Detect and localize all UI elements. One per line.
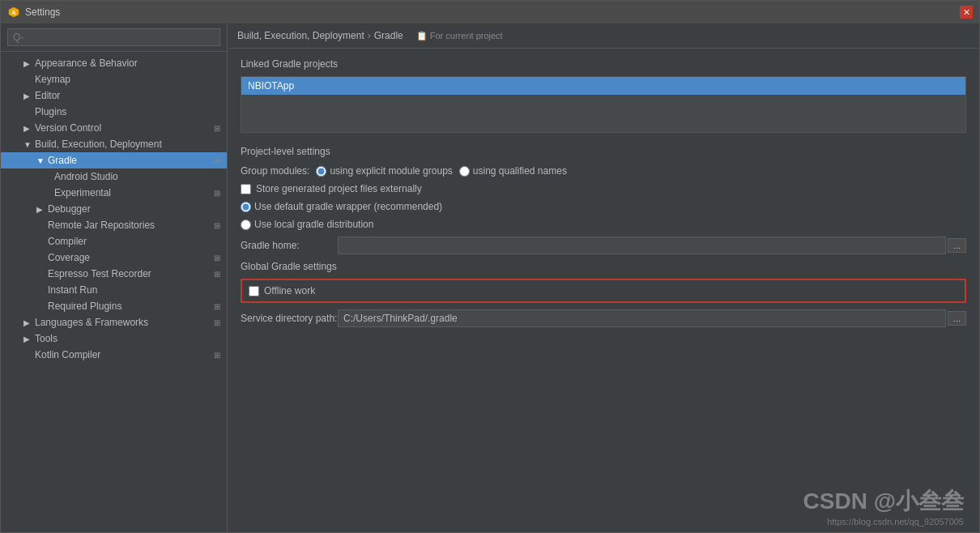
sidebar-item-label: Experimental (54, 187, 111, 198)
arrow-icon: ▼ (36, 156, 45, 165)
radio-qualified-input[interactable] (459, 166, 470, 177)
sidebar-item-espresso[interactable]: Espresso Test Recorder ⊞ (1, 266, 227, 282)
sidebar-item-keymap[interactable]: Keymap (1, 71, 227, 87)
main-panel: Build, Execution, Deployment › Gradle 📋 … (228, 23, 979, 532)
sidebar-item-plugins[interactable]: Plugins (1, 104, 227, 120)
radio-qualified-label: using qualified names (473, 165, 567, 177)
sidebar-item-appearance[interactable]: ▶ Appearance & Behavior (1, 55, 227, 71)
copy-icon: ⊞ (214, 351, 220, 360)
sidebar-item-compiler[interactable]: Compiler (1, 233, 227, 249)
gradle-home-browse-button[interactable]: ... (948, 238, 966, 253)
offline-work-label: Offline work (264, 285, 315, 296)
linked-projects-box: NBIOTApp (241, 76, 966, 133)
settings-window: A Settings ✕ ▶ Appearance & Behavior Key… (0, 0, 980, 533)
linked-project-item[interactable]: NBIOTApp (241, 77, 965, 95)
sidebar-item-required-plugins[interactable]: Required Plugins ⊞ (1, 298, 227, 314)
sidebar-item-tools[interactable]: ▶ Tools (1, 330, 227, 347)
sidebar-item-coverage[interactable]: Coverage ⊞ (1, 249, 227, 266)
sidebar-item-languages[interactable]: ▶ Languages & Frameworks ⊞ (1, 314, 227, 330)
use-default-wrapper-radio[interactable] (241, 202, 251, 212)
sidebar-item-label: Keymap (35, 74, 70, 85)
gradle-home-input[interactable] (338, 237, 946, 254)
copy-icon: ⊞ (214, 221, 220, 230)
close-button[interactable]: ✕ (960, 6, 973, 19)
sidebar-item-kotlin[interactable]: Kotlin Compiler ⊞ (1, 347, 227, 363)
sidebar-item-label: Languages & Frameworks (35, 317, 148, 328)
sidebar-item-instant-run[interactable]: Instant Run (1, 282, 227, 298)
main-content: ▶ Appearance & Behavior Keymap ▶ Editor … (1, 23, 979, 532)
breadcrumb-current: Gradle (374, 30, 403, 41)
copy-icon: ⊞ (214, 124, 220, 133)
search-input[interactable] (7, 28, 220, 46)
store-files-label: Store generated project files externally (256, 183, 422, 194)
sidebar-item-version-control[interactable]: ▶ Version Control ⊞ (1, 120, 227, 136)
sidebar-item-build-execution[interactable]: ▼ Build, Execution, Deployment (1, 136, 227, 152)
use-local-row: Use local gradle distribution (241, 219, 966, 230)
radio-explicit-option[interactable]: using explicit module groups (316, 165, 452, 177)
settings-body: Linked Gradle projects NBIOTApp Project-… (228, 49, 979, 532)
offline-work-box: Offline work (241, 279, 966, 303)
app-icon: A (7, 6, 20, 19)
sidebar-item-remote-jar[interactable]: Remote Jar Repositories ⊞ (1, 217, 227, 233)
sidebar-item-label: Version Control (35, 122, 101, 134)
arrow-icon: ▶ (23, 318, 32, 327)
use-default-wrapper-option[interactable]: Use default gradle wrapper (recommended) (241, 201, 442, 212)
sidebar-item-label: Kotlin Compiler (35, 349, 100, 360)
sidebar-item-experimental[interactable]: Experimental ⊞ (1, 185, 227, 201)
copy-icon: ⊞ (214, 270, 220, 279)
store-files-option[interactable]: Store generated project files externally (241, 183, 422, 194)
copy-icon: ⊞ (214, 254, 220, 262)
service-dir-input[interactable] (338, 309, 946, 327)
service-dir-row: Service directory path: ... (241, 309, 966, 327)
project-level-title: Project-level settings (241, 146, 966, 157)
sidebar-item-debugger[interactable]: ▶ Debugger (1, 201, 227, 217)
use-local-option[interactable]: Use local gradle distribution (241, 219, 373, 230)
sidebar-item-label: Appearance & Behavior (35, 58, 138, 69)
arrow-icon: ▼ (23, 140, 32, 149)
sidebar-item-android-studio[interactable]: Android Studio (1, 168, 227, 185)
sidebar-item-label: Required Plugins (48, 301, 121, 312)
copy-icon: ⊞ (214, 302, 220, 311)
copy-icon: ⊞ (214, 318, 220, 327)
sidebar-item-label: Debugger (48, 203, 91, 215)
sidebar-item-label: Editor (35, 90, 60, 101)
radio-explicit-input[interactable] (316, 166, 326, 177)
svg-text:A: A (11, 10, 15, 15)
search-bar (1, 23, 227, 52)
sidebar-item-label: Tools (35, 333, 58, 344)
sidebar-item-label: Compiler (48, 236, 87, 247)
sidebar-item-label: Coverage (48, 252, 90, 263)
sidebar-item-label: Instant Run (48, 284, 97, 296)
group-modules-label: Group modules: (241, 165, 309, 177)
sidebar-item-label: Android Studio (54, 171, 118, 182)
project-link-label: For current project (430, 31, 503, 41)
use-default-wrapper-row: Use default gradle wrapper (recommended) (241, 201, 966, 212)
project-link-icon: 📋 (416, 31, 428, 41)
sidebar-item-label: Gradle (48, 155, 77, 166)
sidebar-item-editor[interactable]: ▶ Editor (1, 87, 227, 104)
sidebar-item-label: Remote Jar Repositories (48, 220, 155, 231)
gradle-home-row: Gradle home: ... (241, 237, 966, 254)
sidebar-item-gradle[interactable]: ▼ Gradle ⊞ (1, 152, 227, 168)
title-bar-left: A Settings (7, 6, 60, 19)
offline-work-checkbox[interactable] (249, 286, 259, 296)
store-files-checkbox[interactable] (241, 184, 251, 194)
copy-icon: ⊞ (214, 189, 220, 198)
group-modules-row: Group modules: using explicit module gro… (241, 165, 966, 177)
use-local-label: Use local gradle distribution (254, 219, 373, 230)
offline-work-option[interactable]: Offline work (249, 285, 958, 296)
use-default-wrapper-label: Use default gradle wrapper (recommended) (254, 201, 442, 212)
radio-qualified-option[interactable]: using qualified names (459, 165, 567, 177)
copy-icon: ⊞ (214, 156, 220, 165)
service-dir-browse-button[interactable]: ... (948, 311, 966, 326)
arrow-icon: ▶ (36, 205, 45, 214)
radio-group-modules: using explicit module groups using quali… (316, 165, 567, 177)
gradle-home-label: Gradle home: (241, 240, 338, 251)
arrow-icon: ▶ (23, 124, 32, 133)
use-local-radio[interactable] (241, 220, 251, 230)
sidebar-item-label: Build, Execution, Deployment (35, 139, 162, 150)
project-link[interactable]: 📋 For current project (416, 31, 503, 41)
title-bar: A Settings ✕ (1, 1, 979, 23)
arrow-icon: ▶ (23, 59, 32, 68)
arrow-icon: ▶ (23, 92, 32, 100)
